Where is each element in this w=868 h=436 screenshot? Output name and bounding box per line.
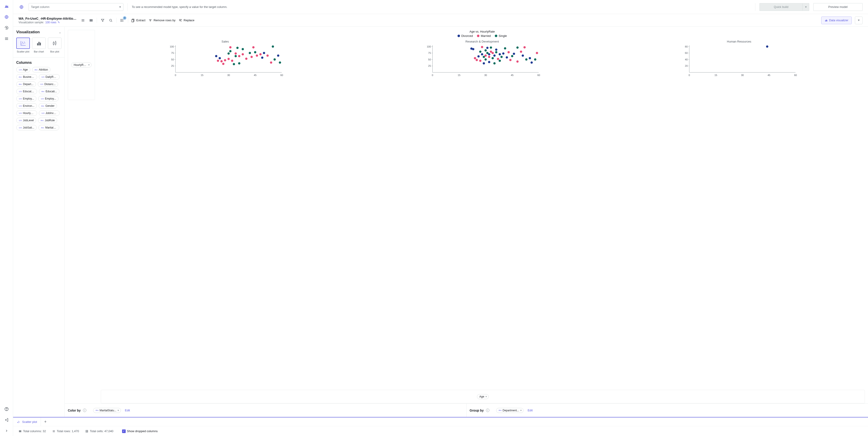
data-point[interactable] bbox=[242, 53, 244, 55]
data-point[interactable] bbox=[516, 60, 519, 63]
column-pill[interactable]: 123JobLevel bbox=[16, 118, 36, 123]
data-point[interactable] bbox=[497, 58, 499, 60]
data-point[interactable] bbox=[516, 47, 519, 49]
list-icon[interactable] bbox=[4, 36, 9, 41]
data-visualizer-button[interactable]: Data visualizer bbox=[821, 17, 852, 24]
replace-action[interactable]: Replace bbox=[179, 19, 194, 22]
column-pill[interactable]: 123DailyRate bbox=[39, 74, 60, 80]
extract-action[interactable]: Extract bbox=[131, 19, 145, 22]
chevron-down-icon[interactable]: ⌄ bbox=[59, 31, 61, 34]
data-point[interactable] bbox=[224, 59, 226, 61]
data-point[interactable] bbox=[267, 55, 269, 57]
data-point[interactable] bbox=[504, 47, 506, 50]
data-point[interactable] bbox=[488, 53, 490, 55]
x-axis-dropzone[interactable]: Age ▼ bbox=[101, 390, 865, 403]
data-point[interactable] bbox=[220, 60, 223, 62]
data-point[interactable] bbox=[511, 55, 513, 57]
column-pill[interactable]: AbcEducati... bbox=[39, 89, 59, 94]
steps-icon[interactable]: 3 bbox=[120, 18, 125, 23]
data-point[interactable] bbox=[252, 46, 254, 49]
data-point[interactable] bbox=[229, 50, 231, 52]
search-icon[interactable] bbox=[108, 18, 113, 23]
data-point[interactable] bbox=[233, 63, 235, 65]
data-point[interactable] bbox=[215, 55, 217, 57]
data-point[interactable] bbox=[481, 46, 483, 48]
data-point[interactable] bbox=[495, 51, 497, 53]
data-point[interactable] bbox=[523, 46, 526, 49]
column-pill[interactable]: AbcGender bbox=[39, 103, 57, 109]
viz-type-bar-chart[interactable]: Bar chart bbox=[32, 37, 46, 53]
data-point[interactable] bbox=[249, 52, 251, 54]
data-point[interactable] bbox=[219, 57, 221, 59]
data-point[interactable] bbox=[507, 51, 510, 53]
column-pill[interactable]: 123Environ... bbox=[16, 103, 37, 109]
data-point[interactable] bbox=[483, 62, 485, 64]
y-axis-dropzone[interactable]: HourlyRate... ▼ bbox=[68, 30, 95, 100]
column-pill[interactable]: AbcDepart... bbox=[16, 82, 36, 87]
data-point[interactable] bbox=[529, 57, 531, 59]
logo-icon[interactable] bbox=[4, 3, 9, 9]
add-tab-button[interactable]: + bbox=[41, 419, 50, 424]
column-pill[interactable]: AbcMaritalS... bbox=[38, 125, 59, 130]
data-point[interactable] bbox=[254, 51, 256, 53]
show-dropped-checkbox[interactable]: ✓ Show dropped columns bbox=[122, 430, 158, 433]
target-column-select[interactable]: Target column ▾ bbox=[29, 3, 123, 11]
data-point[interactable] bbox=[217, 60, 219, 62]
group-by-pill[interactable]: Abc Department... ▼ bbox=[496, 408, 524, 413]
column-pill[interactable]: AbcJobRole bbox=[38, 118, 57, 123]
data-point[interactable] bbox=[520, 51, 522, 53]
data-point[interactable] bbox=[485, 49, 487, 52]
expand-nav-icon[interactable] bbox=[4, 428, 9, 434]
data-point[interactable] bbox=[534, 58, 536, 61]
sample-value[interactable]: 100 rows bbox=[45, 21, 57, 24]
data-point[interactable] bbox=[509, 59, 512, 61]
help-icon[interactable] bbox=[4, 406, 9, 412]
color-by-edit[interactable]: Edit bbox=[125, 409, 130, 412]
data-point[interactable] bbox=[499, 53, 501, 55]
data-point[interactable] bbox=[277, 55, 279, 57]
data-point[interactable] bbox=[472, 48, 474, 50]
data-point[interactable] bbox=[486, 47, 489, 49]
data-point[interactable] bbox=[488, 61, 490, 63]
viz-type-box-plot[interactable]: Box plot bbox=[48, 37, 61, 53]
data-point[interactable] bbox=[502, 53, 504, 55]
data-point[interactable] bbox=[231, 60, 233, 62]
data-point[interactable] bbox=[766, 46, 768, 48]
column-pill[interactable]: 123Age bbox=[16, 67, 30, 72]
data-point[interactable] bbox=[227, 58, 230, 60]
data-point[interactable] bbox=[259, 53, 261, 55]
data-point[interactable] bbox=[235, 55, 237, 57]
data-point[interactable] bbox=[235, 53, 237, 55]
data-point[interactable] bbox=[261, 57, 264, 59]
data-point[interactable] bbox=[488, 56, 490, 58]
column-pill[interactable]: 123Education bbox=[16, 89, 37, 94]
refresh-icon[interactable] bbox=[4, 25, 9, 31]
data-point[interactable] bbox=[506, 56, 508, 59]
data-point[interactable] bbox=[479, 51, 482, 53]
expand-toolbar-icon[interactable] bbox=[855, 17, 863, 24]
data-point[interactable] bbox=[491, 57, 494, 59]
column-pill[interactable]: 123Distanc... bbox=[38, 82, 58, 87]
data-point[interactable] bbox=[279, 62, 281, 64]
data-point[interactable] bbox=[493, 62, 495, 64]
column-pill[interactable]: AbcBusines... bbox=[16, 74, 37, 80]
column-pill[interactable]: 123Employ... bbox=[16, 96, 36, 101]
viz-type-scatter-plot[interactable]: Scatter plot bbox=[16, 37, 30, 53]
info-icon[interactable]: i bbox=[486, 409, 489, 412]
data-point[interactable] bbox=[522, 55, 524, 57]
exit-icon[interactable] bbox=[4, 417, 9, 423]
data-point[interactable] bbox=[237, 47, 239, 49]
data-point[interactable] bbox=[490, 47, 492, 49]
x-axis-pill[interactable]: Age ▼ bbox=[477, 394, 489, 399]
filter-icon[interactable] bbox=[100, 18, 105, 23]
data-point[interactable] bbox=[238, 55, 240, 57]
data-point[interactable] bbox=[238, 62, 240, 64]
data-point[interactable] bbox=[499, 60, 501, 62]
data-point[interactable] bbox=[272, 46, 274, 48]
data-point[interactable] bbox=[263, 52, 265, 54]
data-point[interactable] bbox=[256, 55, 258, 57]
column-pill[interactable]: 123JobSati... bbox=[16, 125, 37, 130]
data-point[interactable] bbox=[229, 46, 231, 49]
data-point[interactable] bbox=[485, 55, 487, 57]
preview-model-button[interactable]: Preview model bbox=[813, 3, 863, 11]
